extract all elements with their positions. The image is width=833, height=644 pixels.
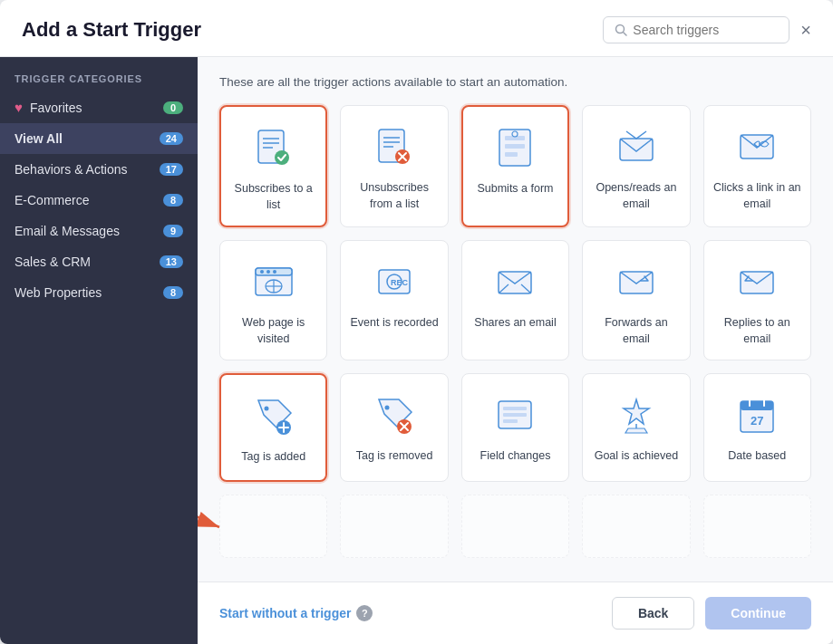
sidebar-badge-sales: 13 [160,255,183,268]
heart-icon: ♥ [15,100,23,115]
trigger-card-placeholder-4 [582,495,690,558]
trigger-label: Web page is visited [229,315,317,347]
sidebar-badge-email: 9 [163,225,183,237]
sidebar-item-sales-crm[interactable]: Sales & CRM 13 [0,246,198,277]
trigger-grid-row4 [219,495,811,558]
trigger-card-field-changes[interactable]: Field changes [461,373,569,482]
sidebar-badge-view-all: 24 [160,132,183,145]
subscribe-icon [249,123,298,172]
sidebar-item-behaviors-actions[interactable]: Behaviors & Actions 17 [0,154,198,185]
trigger-card-goal-achieved[interactable]: Goal is achieved [582,373,690,482]
sidebar-item-ecommerce[interactable]: E-Commerce 8 [0,185,198,216]
trigger-label: Submits a form [477,181,553,197]
reply-email-icon [732,257,781,306]
modal-header: Add a Start Trigger × [0,0,833,57]
trigger-card-placeholder-5 [703,495,811,558]
trigger-card-event-recorded[interactable]: REC Event is recorded [340,240,448,360]
sidebar-item-label: View All [15,131,63,146]
sidebar-item-label: Favorites [30,101,82,115]
svg-point-23 [260,270,264,274]
header-right: × [603,16,811,43]
trigger-card-tag-added[interactable]: Tag is added [219,373,327,482]
trigger-card-submits-form[interactable]: Submits a form [461,105,569,227]
forward-email-icon [612,257,661,306]
svg-point-24 [266,270,270,274]
svg-rect-17 [505,152,518,157]
footer-buttons: Back Continue [612,597,811,630]
trigger-card-opens-email[interactable]: Opens/reads an email [582,105,690,227]
trigger-label: Replies to an email [713,315,801,347]
trigger-card-placeholder-3 [461,495,569,558]
sidebar-badge-behaviors: 17 [160,163,183,176]
trigger-label: Unsubscribes from a list [350,180,438,212]
svg-point-25 [273,270,276,274]
search-input[interactable] [633,23,778,37]
svg-rect-47 [503,407,527,410]
trigger-label: Clicks a link in an email [713,180,801,212]
trigger-label: Forwards an email [592,315,680,347]
trigger-card-webpage[interactable]: Web page is visited [219,240,327,360]
sidebar-badge-favorites: 0 [163,101,183,114]
tag-remove-icon [370,390,419,439]
trigger-card-shares-email[interactable]: Shares an email [461,240,569,360]
trigger-grid-row1: Subscribes to a list [219,105,811,227]
trigger-card-placeholder-1 [219,495,327,558]
tag-add-icon [249,391,298,440]
start-without-trigger-button[interactable]: Start without a trigger ? [219,605,373,621]
trigger-label: Goal is achieved [595,448,678,465]
sidebar-badge-ecommerce: 8 [163,194,183,207]
trigger-label: Shares an email [474,315,556,332]
start-without-trigger-label: Start without a trigger [219,606,351,620]
trigger-grid-row2: Web page is visited REC Event is recorde… [219,240,811,360]
trigger-card-replies-email[interactable]: Replies to an email [703,240,811,360]
continue-button[interactable]: Continue [705,597,811,630]
close-button[interactable]: × [800,21,811,39]
sidebar-item-label: Email & Messages [15,224,120,238]
sidebar-item-email-messages[interactable]: Email & Messages 9 [0,216,198,246]
goal-icon [612,390,661,439]
sidebar-item-label: Behaviors & Actions [15,162,128,177]
trigger-card-placeholder-2 [340,495,448,558]
sidebar-item-favorites[interactable]: ♥ Favorites 0 [0,91,198,123]
record-icon: REC [370,257,419,306]
modal-body: TRIGGER CATEGORIES ♥ Favorites 0 View Al… [0,57,833,644]
svg-rect-49 [503,419,518,423]
back-button[interactable]: Back [612,597,694,630]
main-area: These are all the trigger actions availa… [198,57,833,644]
trigger-card-tag-removed[interactable]: Tag is removed [340,373,448,482]
field-icon [490,390,539,439]
trigger-card-clicks-link[interactable]: Clicks a link in an email [703,105,811,227]
main-description: These are all the trigger actions availa… [219,75,811,89]
sidebar-item-label: Sales & CRM [15,255,91,269]
svg-text:27: 27 [751,414,763,428]
trigger-label: Subscribes to a list [230,181,316,213]
sidebar-item-label: Web Properties [15,285,102,300]
sidebar-section-label: TRIGGER CATEGORIES [0,57,198,91]
svg-point-38 [264,407,268,411]
svg-rect-48 [503,413,527,417]
trigger-card-forwards-email[interactable]: Forwards an email [582,240,690,360]
trigger-label: Date based [728,448,786,465]
trigger-card-unsubscribes[interactable]: Unsubscribes from a list [340,105,448,227]
unsubscribe-icon [370,122,419,171]
webpage-icon [249,257,298,306]
modal-footer: Start without a trigger ? Back Continue [198,582,833,644]
sidebar-item-label: E-Commerce [15,193,89,207]
trigger-card-subscribes-to-list[interactable]: Subscribes to a list [219,105,327,227]
sidebar: TRIGGER CATEGORIES ♥ Favorites 0 View Al… [0,57,198,644]
share-email-icon [490,257,539,306]
sidebar-item-web-properties[interactable]: Web Properties 8 [0,277,198,308]
trigger-label: Field changes [480,448,551,465]
search-box[interactable] [603,16,789,43]
svg-line-1 [624,33,627,36]
svg-rect-16 [505,144,525,149]
main-content: These are all the trigger actions availa… [198,57,833,582]
form-icon [490,123,539,172]
date-icon: 27 [732,390,781,439]
svg-point-6 [275,150,289,165]
sidebar-item-view-all[interactable]: View All 24 [0,123,198,154]
trigger-card-date-based[interactable]: 27 Date based [703,373,811,482]
trigger-label: Event is recorded [350,315,438,332]
email-link-icon [732,122,781,171]
trigger-label: Opens/reads an email [592,180,680,212]
